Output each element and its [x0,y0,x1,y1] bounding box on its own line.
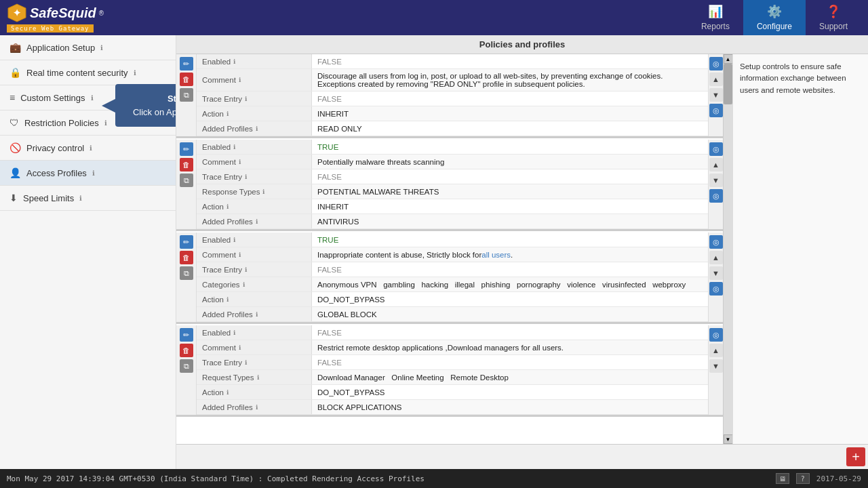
content-area: Policies and profiles ✏ 🗑 ⧉ Enabled ℹ FA… [176,35,868,469]
target-button-3[interactable]: ◎ [709,235,723,249]
logo-name: SafeSquid [30,5,96,21]
target-button-4[interactable]: ◎ [709,328,723,342]
up-button-4[interactable]: ▲ [709,344,723,357]
sidebar-item-access-profiles[interactable]: 👤 Access Profiles ℹ [0,161,176,186]
row-comment-2: Comment ℹ Potentially malware threats sc… [197,155,708,169]
edit-button-1[interactable]: ✏ [180,57,193,70]
add-policy-button[interactable]: + [846,447,865,466]
callout-box: Step #2 Click on Application setup [115,84,176,127]
row-profiles-3: Added Profiles ℹ GLOBAL BLOCK [197,307,708,322]
target-button-1b[interactable]: ◎ [709,104,723,117]
sidebar-info-icon3: ℹ [91,94,94,102]
up-button-2[interactable]: ▲ [709,158,723,171]
right-panel-text: Setup controls to ensure safe informatio… [740,61,861,96]
sidebar-item-label: Restriction Policies [24,118,99,128]
edit-button-3[interactable]: ✏ [180,235,193,249]
nav-reports-label: Reports [701,22,730,31]
target-button-3b[interactable]: ◎ [709,282,723,296]
section-2-controls: ✏ 🗑 ⧉ [176,140,197,229]
copy-button-4[interactable]: ⧉ [180,359,193,373]
sidebar-item-label: Privacy control [26,143,84,153]
real-time-icon: 🔒 [9,67,21,78]
delete-button-1[interactable]: 🗑 [180,73,193,86]
add-button-container: + [176,444,868,469]
status-icon-2[interactable]: ? [796,473,810,484]
sidebar: 💼 Application Setup ℹ 🔒 Real time conten… [0,35,176,469]
scroll-up-arrow[interactable]: ▲ [724,54,733,64]
svg-marker-2 [102,99,115,113]
down-button-1[interactable]: ▼ [709,88,723,102]
sidebar-item-label: Access Profiles [26,168,87,178]
speed-limits-icon: ⬇ [9,192,18,203]
edit-button-4[interactable]: ✏ [180,328,193,342]
nav-support[interactable]: ❓ Support [806,0,861,35]
status-right: 🖥 ? 2017-05-29 [776,473,861,484]
reports-icon: 📊 [708,4,723,19]
row-enabled-1: Enabled ℹ FALSE [197,54,708,69]
row-profiles-1: Added Profiles ℹ READ ONLY [197,121,708,136]
header-nav: 📊 Reports ⚙️ Configure ❓ Support [688,0,861,35]
scroll-thumb[interactable] [724,64,732,104]
nav-reports[interactable]: 📊 Reports [688,0,743,35]
section-4-right-controls: ◎ ▲ ▼ [708,325,723,415]
sidebar-item-label: Application Setup [26,43,95,53]
table-area[interactable]: ✏ 🗑 ⧉ Enabled ℹ FALSE Comment ℹ Discoura… [176,54,723,444]
logo: ✦ SafeSquid ® Secure Web Gateway [7,3,104,33]
delete-button-4[interactable]: 🗑 [180,344,193,357]
sidebar-info-icon: ℹ [100,44,103,52]
copy-button-1[interactable]: ⧉ [180,88,193,102]
section-1-rows: Enabled ℹ FALSE Comment ℹ Discourage all… [197,54,708,136]
row-profiles-4: Added Profiles ℹ BLOCK APPLICATIONS [197,400,708,415]
callout-step: Step #2 [125,92,176,106]
scrollbar[interactable]: ▲ ▼ [723,54,732,444]
down-button-4[interactable]: ▼ [709,359,723,373]
logo-reg: ® [99,9,104,17]
section-1-right-controls: ◎ ▲ ▼ ◎ [708,54,723,136]
sidebar-item-privacy-control[interactable]: 🚫 Privacy control ℹ [0,136,176,161]
sidebar-item-label: Custom Settings [20,93,85,103]
callout-text: Click on Application setup [125,106,176,119]
section-2-right-controls: ◎ ▲ ▼ ◎ [708,140,723,229]
target-button-1[interactable]: ◎ [709,57,723,70]
logo-icon: ✦ [7,3,27,23]
nav-configure-label: Configure [757,22,792,31]
up-button-3[interactable]: ▲ [709,251,723,264]
row-trace-3: Trace Entry ℹ FALSE [197,262,708,277]
section-3-rows: Enabled ℹ TRUE Comment ℹ Inappropriate c… [197,232,708,322]
target-button-2[interactable]: ◎ [709,142,723,156]
row-action-2: Action ℹ INHERIT [197,199,708,214]
delete-button-3[interactable]: 🗑 [180,251,193,264]
nav-support-label: Support [819,22,848,31]
section-2-rows: Enabled ℹ TRUE Comment ℹ Potentially mal… [197,140,708,229]
section-4-rows: Enabled ℹ FALSE Comment ℹ Restrict remot… [197,325,708,415]
row-categories-3: Categories ℹ Anonymous VPN gambling hack… [197,277,708,292]
sidebar-item-application-setup[interactable]: 💼 Application Setup ℹ [0,35,176,60]
edit-button-2[interactable]: ✏ [180,142,193,156]
scroll-track [724,64,732,434]
down-button-3[interactable]: ▼ [709,266,723,280]
sidebar-item-speed-limits[interactable]: ⬇ Speed Limits ℹ [0,186,176,211]
copy-button-2[interactable]: ⧉ [180,174,193,187]
restriction-icon: 🛡 [9,117,19,128]
nav-configure[interactable]: ⚙️ Configure [743,0,806,35]
down-button-2[interactable]: ▼ [709,174,723,187]
status-icon-1[interactable]: 🖥 [776,473,789,484]
sidebar-item-label: Speed Limits [23,193,74,203]
section-1-controls: ✏ 🗑 ⧉ [176,54,197,136]
main-layout: 💼 Application Setup ℹ 🔒 Real time conten… [0,35,868,469]
row-enabled-3: Enabled ℹ TRUE [197,232,708,247]
row-trace-4: Trace Entry ℹ FALSE [197,355,708,370]
target-button-2b[interactable]: ◎ [709,189,723,203]
row-request-4: Request Types ℹ Download Manager Online … [197,370,708,385]
copy-button-3[interactable]: ⧉ [180,266,193,280]
sidebar-item-label: Real time content security [26,68,128,78]
up-button-1[interactable]: ▲ [709,73,723,86]
scroll-down-arrow[interactable]: ▼ [724,434,733,444]
delete-button-2[interactable]: 🗑 [180,158,193,171]
row-trace-1: Trace Entry ℹ FALSE [197,92,708,106]
sidebar-item-real-time-content[interactable]: 🔒 Real time content security ℹ [0,60,176,85]
logo-sub: Secure Web Gateway [7,24,94,33]
row-enabled-2: Enabled ℹ TRUE [197,140,708,155]
row-comment-1: Comment ℹ Discourage all users from log … [197,69,708,92]
row-action-3: Action ℹ DO_NOT_BYPASS [197,292,708,307]
